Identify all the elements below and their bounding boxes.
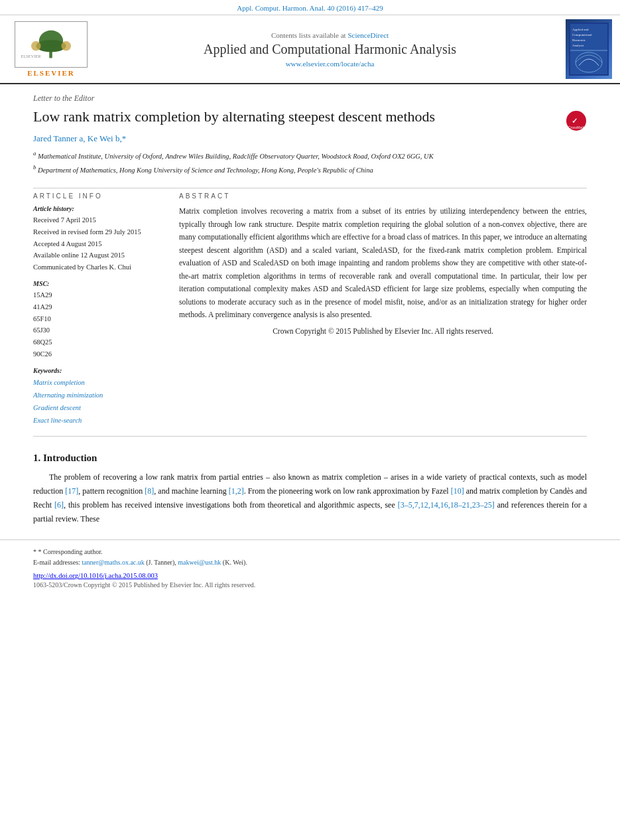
journal-cover-image: Applied and Computational Harmonic Analy… bbox=[566, 19, 612, 79]
abstract-copyright: Crown Copyright © 2015 Published by Else… bbox=[179, 327, 587, 335]
citation-bar: Appl. Comput. Harmon. Anal. 40 (2016) 41… bbox=[0, 0, 620, 15]
svg-text:ELSEVIER: ELSEVIER bbox=[21, 54, 42, 58]
ref-6: [6] bbox=[54, 500, 64, 510]
abstract-column: ABSTRACT Matrix completion involves reco… bbox=[179, 192, 587, 427]
msc-block: MSC: 15A29 41A29 65F10 65J30 68Q25 90C26 bbox=[33, 280, 166, 360]
journal-logo-area: ELSEVIER ELSEVIER bbox=[8, 21, 94, 77]
email-2-link[interactable]: makwei@ust.hk bbox=[178, 559, 221, 566]
msc-code-1: 15A29 bbox=[33, 290, 166, 301]
doi-link[interactable]: http://dx.doi.org/10.1016/j.acha.2015.08… bbox=[33, 572, 158, 579]
ref-range: [3–5,7,12,14,16,18–21,23–25] bbox=[398, 500, 495, 510]
msc-code-6: 90C26 bbox=[33, 349, 166, 360]
abstract-header: ABSTRACT bbox=[179, 192, 587, 200]
article-info-header: ARTICLE INFO bbox=[33, 192, 166, 200]
affiliation-b: b Department of Mathematics, Hong Kong U… bbox=[33, 163, 587, 175]
online-date: Available online 12 August 2015 bbox=[33, 250, 166, 261]
email-addresses-line: E-mail addresses: tanner@maths.ox.ac.uk … bbox=[33, 557, 587, 568]
keyword-4: Exact line-search bbox=[33, 415, 166, 427]
keywords-block: Keywords: Matrix completion Alternating … bbox=[33, 367, 166, 427]
journal-center: Contents lists available at ScienceDirec… bbox=[101, 31, 559, 68]
affiliation-b-text: Department of Mathematics, Hong Kong Uni… bbox=[38, 166, 373, 173]
journal-header: ELSEVIER ELSEVIER Contents lists availab… bbox=[0, 15, 620, 84]
citation-text: Appl. Comput. Harmon. Anal. 40 (2016) 41… bbox=[237, 4, 383, 12]
svg-text:Applied and: Applied and bbox=[572, 28, 589, 31]
revised-date: Received in revised form 29 July 2015 bbox=[33, 227, 166, 238]
email-label: E-mail addresses: bbox=[33, 559, 80, 566]
history-label: Article history: bbox=[33, 205, 166, 212]
intro-title: 1. Introduction bbox=[33, 453, 587, 464]
article-info-column: ARTICLE INFO Article history: Received 7… bbox=[33, 192, 166, 427]
corresponding-label: * Corresponding author. bbox=[38, 548, 103, 555]
email1-author: (J. Tanner), bbox=[146, 559, 176, 566]
intro-paragraph-1: The problem of recovering a low rank mat… bbox=[33, 470, 587, 526]
article-title: Low rank matrix completion by alternatin… bbox=[33, 107, 435, 127]
msc-label: MSC: bbox=[33, 280, 166, 287]
article-info-abstract: ARTICLE INFO Article history: Received 7… bbox=[0, 192, 620, 427]
authors: Jared Tanner a, Ke Wei b,* bbox=[33, 133, 587, 144]
doi-line[interactable]: http://dx.doi.org/10.1016/j.acha.2015.08… bbox=[33, 572, 587, 579]
sciencedirect-hyperlink[interactable]: ScienceDirect bbox=[347, 31, 389, 39]
email2-author: (K. Wei). bbox=[223, 559, 247, 566]
elsevier-tree-icon: ELSEVIER bbox=[15, 28, 87, 61]
svg-text:✓: ✓ bbox=[572, 117, 578, 125]
article-section: Letter to the Editor Low rank matrix com… bbox=[0, 84, 620, 184]
sciencedirect-link: Contents lists available at ScienceDirec… bbox=[101, 31, 559, 39]
msc-code-2: 41A29 bbox=[33, 302, 166, 313]
abstract-text: Matrix completion involves recovering a … bbox=[179, 205, 587, 322]
letter-label: Letter to the Editor bbox=[33, 94, 587, 104]
ref-17: [17] bbox=[65, 486, 78, 496]
introduction-section: 1. Introduction The problem of recoverin… bbox=[0, 443, 620, 526]
msc-code-3: 65F10 bbox=[33, 314, 166, 325]
svg-point-4 bbox=[31, 41, 41, 51]
received-date: Received 7 April 2015 bbox=[33, 215, 166, 226]
svg-text:Computational: Computational bbox=[572, 33, 592, 36]
ref-10: [10] bbox=[451, 486, 464, 496]
author-names: Jared Tanner a, Ke Wei b,* bbox=[33, 133, 126, 143]
sciencedirect-label: Contents lists available at bbox=[271, 31, 346, 39]
journal-url[interactable]: www.elsevier.com/locate/acha bbox=[101, 60, 559, 68]
communicated-by: Communicated by Charles K. Chui bbox=[33, 262, 166, 273]
keyword-3: Gradient descent bbox=[33, 402, 166, 415]
journal-title: Applied and Computational Harmonic Analy… bbox=[101, 42, 559, 57]
msc-code-4: 65J30 bbox=[33, 325, 166, 336]
svg-text:CrossMark: CrossMark bbox=[568, 125, 585, 129]
elsevier-brand-text: ELSEVIER bbox=[27, 69, 75, 77]
affiliation-a: a Mathematical Institute, University of … bbox=[33, 149, 587, 161]
keyword-2: Alternating minimization bbox=[33, 389, 166, 402]
crossmark-icon: ✓ CrossMark bbox=[566, 110, 587, 131]
page: Appl. Comput. Harmon. Anal. 40 (2016) 41… bbox=[0, 0, 620, 840]
keywords-label: Keywords: bbox=[33, 367, 166, 374]
msc-codes: 15A29 41A29 65F10 65J30 68Q25 90C26 bbox=[33, 290, 166, 360]
corresponding-author-note: * * Corresponding author. bbox=[33, 547, 587, 557]
elsevier-logo: ELSEVIER bbox=[15, 21, 88, 68]
article-dates: Received 7 April 2015 Received in revise… bbox=[33, 215, 166, 273]
ref-8: [8] bbox=[145, 486, 154, 496]
affiliation-a-text: Mathematical Institute, University of Ox… bbox=[38, 152, 434, 159]
footer-copyright: 1063-5203/Crown Copyright © 2015 Publish… bbox=[33, 581, 587, 589]
svg-text:Analysis: Analysis bbox=[572, 44, 584, 47]
svg-point-5 bbox=[61, 41, 71, 51]
accepted-date: Accepted 4 August 2015 bbox=[33, 239, 166, 250]
svg-rect-8 bbox=[570, 24, 607, 74]
svg-text:Harmonic: Harmonic bbox=[572, 38, 586, 42]
msc-code-5: 68Q25 bbox=[33, 337, 166, 348]
star-marker: * bbox=[33, 548, 36, 555]
ref-1-2: [1,2] bbox=[229, 486, 244, 496]
keyword-1: Matrix completion bbox=[33, 377, 166, 389]
footer-area: * * Corresponding author. E-mail address… bbox=[0, 539, 620, 594]
email-1-link[interactable]: tanner@maths.ox.ac.uk bbox=[82, 559, 144, 566]
